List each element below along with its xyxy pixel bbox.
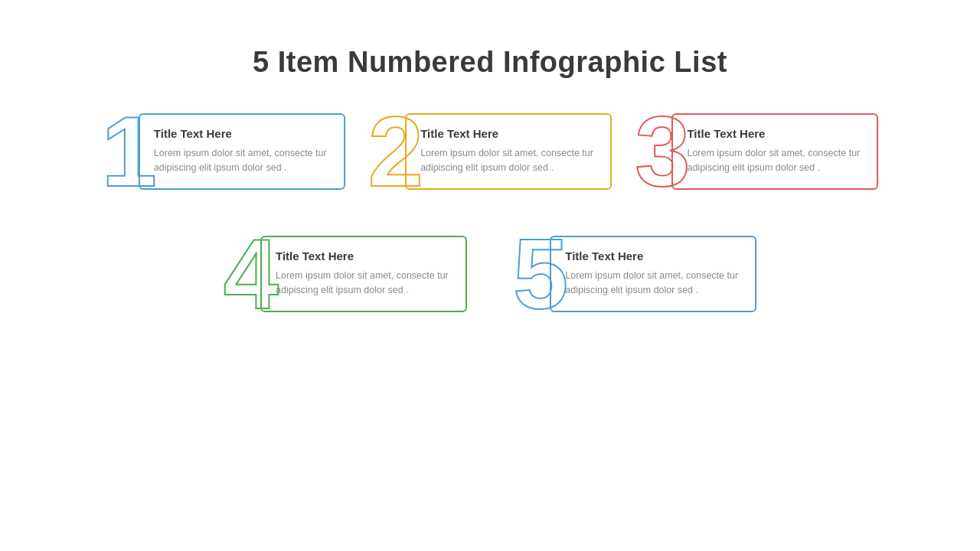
item-title-4: Title Text Here: [276, 249, 354, 262]
item-desc-1: Lorem ipsum dolor sit amet, consecte tur…: [154, 146, 330, 175]
item-title-1: Title Text Here: [154, 127, 232, 140]
item-title-5: Title Text Here: [565, 249, 643, 262]
bottom-row: 4 Title Text Here Lorem ipsum dolor sit …: [0, 224, 980, 324]
text-box-2: Title Text Here Lorem ipsum dolor sit am…: [405, 113, 612, 190]
text-box-5: Title Text Here Lorem ipsum dolor sit am…: [550, 236, 756, 312]
list-item-4: 4 Title Text Here Lorem ipsum dolor sit …: [224, 224, 467, 324]
list-item-1: 1 Title Text Here Lorem ipsum dolor sit …: [102, 102, 345, 201]
number-3: 3: [635, 102, 687, 201]
item-desc-5: Lorem ipsum dolor sit amet, consecte tur…: [565, 269, 741, 298]
item-desc-4: Lorem ipsum dolor sit amet, consecte tur…: [276, 269, 452, 298]
item-title-3: Title Text Here: [687, 127, 765, 140]
top-row: 1 Title Text Here Lorem ipsum dolor sit …: [0, 102, 980, 201]
number-5: 5: [513, 224, 565, 324]
text-box-4: Title Text Here Lorem ipsum dolor sit am…: [260, 236, 467, 312]
list-item-3: 3 Title Text Here Lorem ipsum dolor sit …: [635, 102, 878, 201]
item-title-2: Title Text Here: [420, 127, 498, 140]
list-item-2: 2 Title Text Here Lorem ipsum dolor sit …: [368, 102, 612, 201]
number-1: 1: [102, 102, 154, 201]
list-item-5: 5 Title Text Here Lorem ipsum dolor sit …: [513, 224, 756, 324]
slide-title: 5 Item Numbered Infographic List: [0, 0, 980, 79]
item-desc-3: Lorem ipsum dolor sit amet, consecte tur…: [687, 146, 863, 175]
number-4: 4: [224, 224, 276, 324]
number-2: 2: [368, 102, 420, 201]
text-box-1: Title Text Here Lorem ipsum dolor sit am…: [139, 113, 345, 190]
item-desc-2: Lorem ipsum dolor sit amet, consecte tur…: [420, 146, 596, 175]
text-box-3: Title Text Here Lorem ipsum dolor sit am…: [671, 113, 878, 190]
